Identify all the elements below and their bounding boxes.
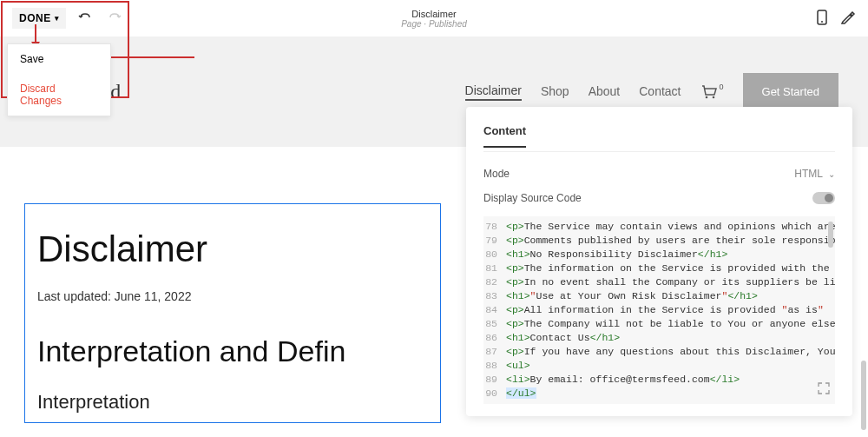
discard-option[interactable]: Discard Changes — [8, 74, 110, 116]
code-editor[interactable]: 78<p>The Service may contain views and o… — [483, 216, 835, 404]
code-line[interactable]: 80<h1>No Responsibility Disclaimer</h1> — [483, 248, 835, 262]
get-started-button[interactable]: Get Started — [743, 73, 838, 110]
save-option[interactable]: Save — [8, 44, 110, 74]
cart-count: 0 — [720, 83, 724, 91]
code-line[interactable]: 87<p>If you have any questions about thi… — [483, 345, 835, 359]
svg-point-1 — [821, 21, 823, 23]
expand-icon[interactable] — [818, 382, 830, 399]
code-line[interactable]: 79<p>Comments published by users are the… — [483, 234, 835, 248]
doc-heading-3: Interpretation — [37, 391, 428, 414]
device-preview-button[interactable] — [816, 10, 828, 28]
panel-tab-content[interactable]: Content — [483, 124, 526, 148]
page-content-block[interactable]: Disclaimer Last updated: June 11, 2022 I… — [24, 203, 441, 423]
content-panel: Content Mode HTML ⌄ Display Source Code … — [466, 107, 852, 416]
code-line[interactable]: 84<p>All information in the Service is p… — [483, 303, 835, 317]
doc-updated: Last updated: June 11, 2022 — [37, 289, 428, 303]
nav-shop[interactable]: Shop — [541, 84, 569, 100]
code-line[interactable]: 81<p>The information on the Service is p… — [483, 262, 835, 275]
code-line[interactable]: 78<p>The Service may contain views and o… — [483, 220, 835, 234]
page-status: Page · Published — [401, 19, 467, 29]
chevron-down-icon: ▾ — [55, 14, 60, 23]
nav-about[interactable]: About — [589, 84, 621, 100]
nav-disclaimer[interactable]: Disclaimer — [465, 83, 522, 101]
paintbrush-icon — [840, 10, 856, 25]
undo-icon — [78, 10, 92, 24]
code-line[interactable]: 85<p>The Company will not be liable to Y… — [483, 317, 835, 331]
code-line[interactable]: 83<h1>"Use at Your Own Risk Disclaimer"<… — [483, 289, 835, 303]
doc-title: Disclaimer — [37, 228, 428, 270]
divider — [483, 151, 835, 152]
svg-point-4 — [705, 96, 707, 98]
done-dropdown: Save Discard Changes — [7, 43, 111, 116]
scrollbar[interactable] — [828, 222, 833, 248]
undo-button[interactable] — [75, 7, 95, 30]
redo-icon — [108, 10, 122, 24]
nav-contact[interactable]: Contact — [639, 84, 681, 100]
styles-button[interactable] — [840, 10, 856, 28]
svg-point-5 — [712, 96, 714, 98]
page-title: Disclaimer — [401, 9, 467, 19]
mode-label: Mode — [483, 168, 510, 180]
redo-button[interactable] — [104, 7, 125, 30]
code-line[interactable]: 82<p>In no event shall the Company or it… — [483, 275, 835, 289]
code-line[interactable]: 89<li>By email: office@termsfeed.com</li… — [483, 373, 835, 387]
mobile-icon — [816, 10, 828, 25]
code-line[interactable]: 86<h1>Contact Us</h1> — [483, 331, 835, 345]
cart-icon — [700, 84, 718, 100]
code-line[interactable]: 90</ul> — [483, 387, 835, 401]
done-button[interactable]: DONE ▾ — [12, 8, 66, 29]
page-scrollbar[interactable] — [861, 361, 866, 430]
doc-heading-2: Interpretation and Defin — [37, 334, 428, 368]
code-line[interactable]: 88<ul> — [483, 359, 835, 373]
source-toggle-label: Display Source Code — [483, 192, 582, 204]
mode-select[interactable]: HTML ⌄ — [794, 168, 835, 180]
chevron-down-icon: ⌄ — [828, 169, 835, 179]
done-label: DONE — [19, 12, 51, 24]
cart-button[interactable]: 0 — [700, 84, 724, 100]
source-toggle[interactable] — [812, 192, 835, 204]
